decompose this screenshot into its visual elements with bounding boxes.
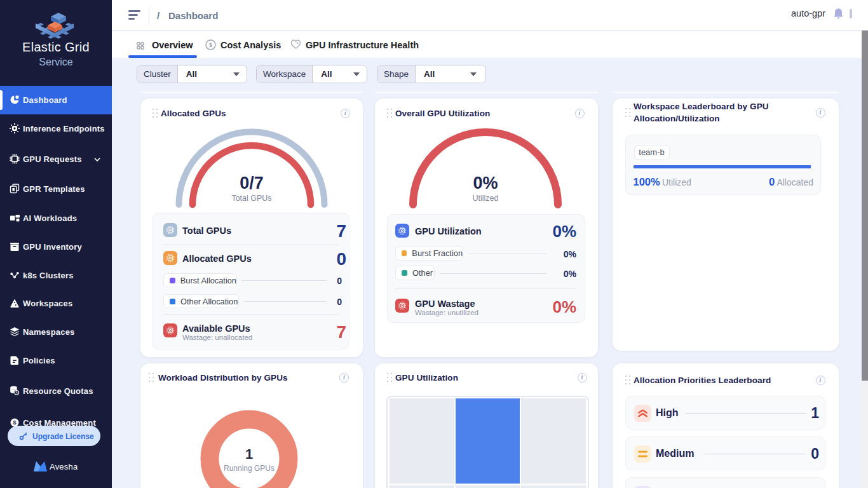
svg-text:$: $ — [209, 42, 212, 48]
svg-text:$: $ — [13, 419, 16, 426]
